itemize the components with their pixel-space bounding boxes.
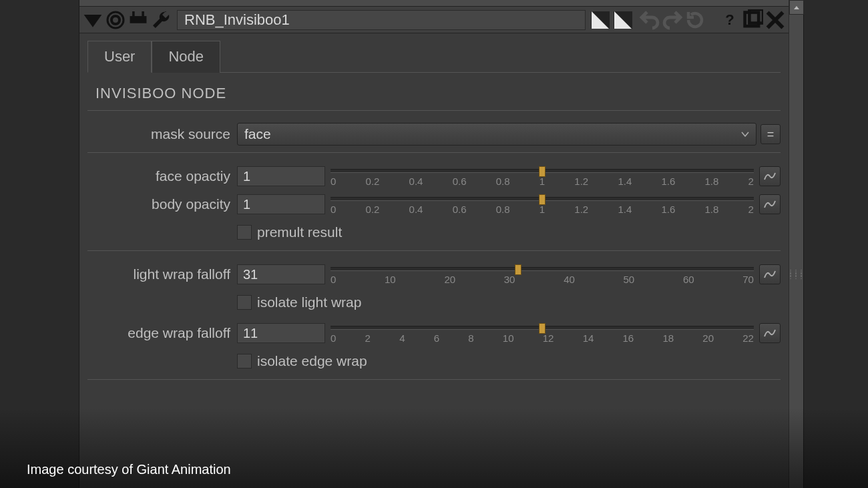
- mask-source-label: mask source: [87, 126, 237, 142]
- isolate-edge-label: isolate edge wrap: [257, 353, 367, 369]
- light-wrap-slider[interactable]: 010203040506070: [331, 264, 754, 284]
- help-icon[interactable]: ?: [719, 10, 740, 30]
- tab-user[interactable]: User: [87, 41, 152, 73]
- premult-label: premult result: [257, 224, 342, 240]
- chevron-down-icon: [741, 132, 749, 137]
- tabs: User Node: [87, 40, 781, 73]
- edge-wrap-label: edge wrap falloff: [87, 325, 237, 341]
- collapse-toggle[interactable]: [82, 10, 103, 30]
- isolate-light-row: isolate light wrap: [87, 290, 781, 315]
- light-wrap-row: light wrap falloff 010203040506070: [87, 262, 781, 287]
- divider: [87, 250, 781, 251]
- isolate-light-checkbox[interactable]: [237, 295, 252, 310]
- mask-source-value: face: [244, 126, 271, 142]
- isolate-edge-row: isolate edge wrap: [87, 348, 781, 374]
- node-toolbar: ?: [79, 7, 789, 33]
- contrast-icon-b[interactable]: [614, 11, 632, 29]
- svg-point-0: [112, 16, 120, 24]
- face-opacity-slider[interactable]: 00.20.40.60.811.21.41.61.82: [331, 166, 754, 186]
- user-panel: INVISIBOO NODE mask source face = face o…: [87, 73, 781, 380]
- undo-icon[interactable]: [639, 10, 660, 30]
- face-opacity-input[interactable]: [237, 166, 325, 186]
- divider: [87, 152, 781, 153]
- body-opacity-row: body opacity 00.20.40.60.811.21.41.61.82: [87, 192, 781, 217]
- premult-checkbox[interactable]: [237, 225, 252, 240]
- scroll-up-icon[interactable]: [789, 0, 804, 15]
- node-name-input[interactable]: [177, 10, 586, 30]
- divider: [87, 379, 781, 380]
- contrast-icon-a[interactable]: [591, 11, 610, 29]
- curve-button[interactable]: [759, 323, 781, 343]
- pane-splitter[interactable]: [79, 0, 789, 7]
- edge-wrap-input[interactable]: [237, 323, 325, 343]
- expression-button[interactable]: =: [761, 124, 781, 144]
- curve-button[interactable]: [759, 194, 781, 214]
- isolate-edge-checkbox[interactable]: [237, 354, 252, 369]
- svg-rect-2: [130, 16, 147, 23]
- mask-source-dropdown[interactable]: face: [237, 123, 756, 146]
- tab-node[interactable]: Node: [152, 41, 220, 73]
- mask-source-row: mask source face =: [87, 121, 781, 147]
- light-wrap-label: light wrap falloff: [87, 266, 237, 282]
- body-opacity-input[interactable]: [237, 194, 325, 214]
- light-wrap-input[interactable]: [237, 264, 325, 284]
- edge-wrap-row: edge wrap falloff 0246810121416182022: [87, 320, 781, 346]
- revert-icon[interactable]: [684, 10, 706, 30]
- drag-grip-icon[interactable]: ⋮⋮⋮⋮⋮⋮⋮⋮⋮: [789, 261, 803, 288]
- face-opacity-label: face opactiy: [87, 168, 237, 184]
- image-credit: Image courtesy of Giant Animation: [27, 462, 231, 477]
- panel-title: INVISIBOO NODE: [87, 85, 781, 102]
- properties-panel: ? User Node INVISIBOO NODE mask source f…: [79, 0, 804, 488]
- curve-button[interactable]: [759, 166, 781, 186]
- scrollbar-rail[interactable]: ⋮⋮⋮⋮⋮⋮⋮⋮⋮: [789, 0, 803, 488]
- redo-icon[interactable]: [662, 10, 683, 30]
- divider: [87, 110, 781, 111]
- center-icon[interactable]: [105, 10, 126, 30]
- body-opacity-label: body opacity: [87, 196, 237, 212]
- curve-button[interactable]: [759, 264, 781, 284]
- face-opacity-row: face opactiy 00.20.40.60.811.21.41.61.82: [87, 164, 781, 189]
- wrench-icon[interactable]: [150, 10, 172, 30]
- body-opacity-slider[interactable]: 00.20.40.60.811.21.41.61.82: [331, 194, 754, 214]
- detach-icon[interactable]: [742, 10, 763, 30]
- node-graph-icon[interactable]: [128, 10, 149, 30]
- premult-row: premult result: [87, 220, 781, 245]
- isolate-light-label: isolate light wrap: [257, 294, 361, 310]
- panel-body: User Node INVISIBOO NODE mask source fac…: [79, 33, 789, 488]
- svg-point-1: [107, 12, 124, 28]
- close-icon[interactable]: [765, 10, 786, 30]
- edge-wrap-slider[interactable]: 0246810121416182022: [331, 323, 754, 343]
